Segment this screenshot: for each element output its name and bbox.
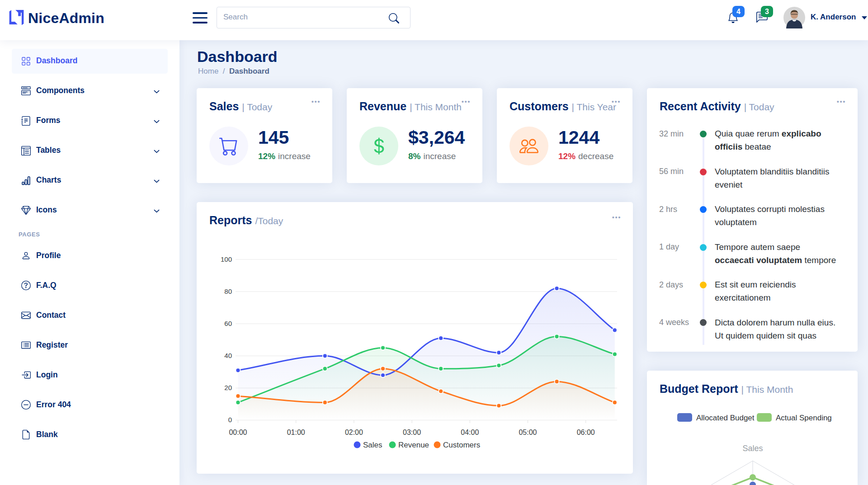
svg-text:40: 40 <box>224 352 232 359</box>
svg-text:03:00: 03:00 <box>403 428 421 436</box>
svg-text:Sales: Sales <box>363 441 382 449</box>
svg-text:80: 80 <box>224 287 232 295</box>
svg-text:60: 60 <box>224 320 232 327</box>
svg-text:01:00: 01:00 <box>287 428 305 436</box>
svg-text:02:00: 02:00 <box>345 428 363 436</box>
svg-text:Sales: Sales <box>742 444 763 453</box>
svg-text:Revenue: Revenue <box>398 441 429 449</box>
svg-text:0: 0 <box>228 416 232 424</box>
svg-text:100: 100 <box>221 255 232 263</box>
svg-text:Customers: Customers <box>443 441 480 449</box>
svg-text:00:00: 00:00 <box>229 428 247 436</box>
svg-text:20: 20 <box>224 384 232 391</box>
svg-text:04:00: 04:00 <box>461 428 479 436</box>
svg-text:05:00: 05:00 <box>519 428 537 436</box>
svg-text:06:00: 06:00 <box>577 428 595 436</box>
